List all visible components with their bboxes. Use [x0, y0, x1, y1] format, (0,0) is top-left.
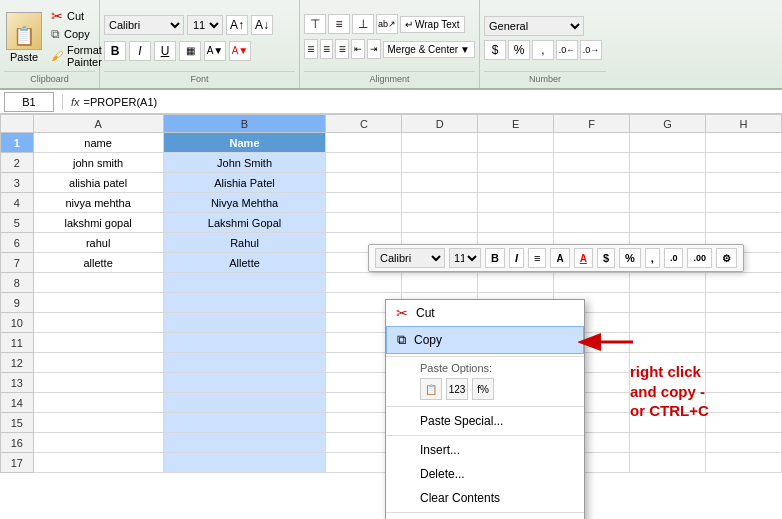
orientation-button[interactable]: ab↗: [376, 14, 398, 34]
col-header-f[interactable]: F: [554, 115, 630, 133]
cell-f5[interactable]: [554, 213, 630, 233]
cell-b12[interactable]: [163, 353, 326, 373]
cell-a2[interactable]: john smith: [33, 153, 163, 173]
cell-h9[interactable]: [706, 293, 782, 313]
cell-a5[interactable]: lakshmi gopal: [33, 213, 163, 233]
cell-b17[interactable]: [163, 453, 326, 473]
col-header-a[interactable]: A: [33, 115, 163, 133]
mini-comma-button[interactable]: ,: [645, 248, 660, 268]
cell-g9[interactable]: [630, 293, 706, 313]
cell-c8[interactable]: [326, 273, 402, 293]
cell-b8[interactable]: [163, 273, 326, 293]
fill-color-button[interactable]: A▼: [204, 41, 226, 61]
cell-h5[interactable]: [706, 213, 782, 233]
cell-d2[interactable]: [402, 153, 478, 173]
mini-percent-button[interactable]: %: [619, 248, 641, 268]
mini-italic-button[interactable]: I: [509, 248, 524, 268]
context-filter[interactable]: Filter ▶: [386, 515, 584, 519]
cell-h13[interactable]: [706, 373, 782, 393]
cell-h15[interactable]: [706, 413, 782, 433]
mini-size-select[interactable]: 11: [449, 248, 481, 268]
cell-h10[interactable]: [706, 313, 782, 333]
cell-e3[interactable]: [478, 173, 554, 193]
align-top-button[interactable]: ⊤: [304, 14, 326, 34]
cell-b14[interactable]: [163, 393, 326, 413]
paste-icon-1[interactable]: 📋: [420, 378, 442, 400]
cell-b13[interactable]: [163, 373, 326, 393]
currency-button[interactable]: $: [484, 40, 506, 60]
cell-f1[interactable]: [554, 133, 630, 153]
cell-f8[interactable]: [554, 273, 630, 293]
cell-h12[interactable]: [706, 353, 782, 373]
format-painter-button[interactable]: 🖌 Format Painter: [48, 43, 105, 69]
mini-fill-button[interactable]: A: [550, 248, 569, 268]
wrap-text-button[interactable]: ↵ Wrap Text: [400, 16, 465, 33]
cell-h14[interactable]: [706, 393, 782, 413]
cell-b1[interactable]: Name: [163, 133, 326, 153]
mini-font-color-button[interactable]: A: [574, 248, 593, 268]
paste-icon-3[interactable]: f%: [472, 378, 494, 400]
cell-g1[interactable]: [630, 133, 706, 153]
cell-h1[interactable]: [706, 133, 782, 153]
cell-c2[interactable]: [326, 153, 402, 173]
font-color-button[interactable]: A▼: [229, 41, 251, 61]
cell-g11[interactable]: [630, 333, 706, 353]
copy-button[interactable]: ⧉ Copy: [48, 26, 105, 42]
cell-b16[interactable]: [163, 433, 326, 453]
col-header-e[interactable]: E: [478, 115, 554, 133]
cell-a1[interactable]: name: [33, 133, 163, 153]
cell-g2[interactable]: [630, 153, 706, 173]
mini-dollar-button[interactable]: $: [597, 248, 615, 268]
cell-g5[interactable]: [630, 213, 706, 233]
context-copy[interactable]: ⧉ Copy: [386, 326, 584, 354]
cell-d1[interactable]: [402, 133, 478, 153]
paste-icon-2[interactable]: 123: [446, 378, 468, 400]
align-center-button[interactable]: ≡: [320, 39, 334, 59]
context-cut[interactable]: ✂ Cut: [386, 300, 584, 326]
cell-g3[interactable]: [630, 173, 706, 193]
cell-c3[interactable]: [326, 173, 402, 193]
border-button[interactable]: ▦: [179, 41, 201, 61]
cell-f4[interactable]: [554, 193, 630, 213]
align-left-button[interactable]: ≡: [304, 39, 318, 59]
col-header-d[interactable]: D: [402, 115, 478, 133]
decrease-decimal-button[interactable]: .0←: [556, 40, 578, 60]
cell-a3[interactable]: alishia patel: [33, 173, 163, 193]
cell-b3[interactable]: Alishia Patel: [163, 173, 326, 193]
number-format-select[interactable]: General: [484, 16, 584, 36]
underline-button[interactable]: U: [154, 41, 176, 61]
cell-d4[interactable]: [402, 193, 478, 213]
cell-h8[interactable]: [706, 273, 782, 293]
cell-b7[interactable]: Allette: [163, 253, 326, 273]
cell-e4[interactable]: [478, 193, 554, 213]
cell-b4[interactable]: Nivya Mehtha: [163, 193, 326, 213]
cell-g4[interactable]: [630, 193, 706, 213]
cell-e2[interactable]: [478, 153, 554, 173]
cell-b2[interactable]: John Smith: [163, 153, 326, 173]
increase-decimal-button[interactable]: .0→: [580, 40, 602, 60]
cell-b5[interactable]: Lakshmi Gopal: [163, 213, 326, 233]
col-header-c[interactable]: C: [326, 115, 402, 133]
mini-bold-button[interactable]: B: [485, 248, 505, 268]
cell-a8[interactable]: [33, 273, 163, 293]
cell-a13[interactable]: [33, 373, 163, 393]
col-header-b[interactable]: B: [163, 115, 326, 133]
decrease-font-button[interactable]: A↓: [251, 15, 273, 35]
cell-b9[interactable]: [163, 293, 326, 313]
cell-a10[interactable]: [33, 313, 163, 333]
comma-button[interactable]: ,: [532, 40, 554, 60]
cell-h2[interactable]: [706, 153, 782, 173]
cell-c4[interactable]: [326, 193, 402, 213]
cell-a11[interactable]: [33, 333, 163, 353]
cell-a4[interactable]: nivya mehtha: [33, 193, 163, 213]
cell-a15[interactable]: [33, 413, 163, 433]
cell-c5[interactable]: [326, 213, 402, 233]
formula-input[interactable]: [84, 92, 778, 112]
cell-f3[interactable]: [554, 173, 630, 193]
cell-e1[interactable]: [478, 133, 554, 153]
cell-a7[interactable]: allette: [33, 253, 163, 273]
context-insert[interactable]: Insert...: [386, 438, 584, 462]
context-delete[interactable]: Delete...: [386, 462, 584, 486]
cell-h16[interactable]: [706, 433, 782, 453]
context-paste-special[interactable]: Paste Special...: [386, 409, 584, 433]
